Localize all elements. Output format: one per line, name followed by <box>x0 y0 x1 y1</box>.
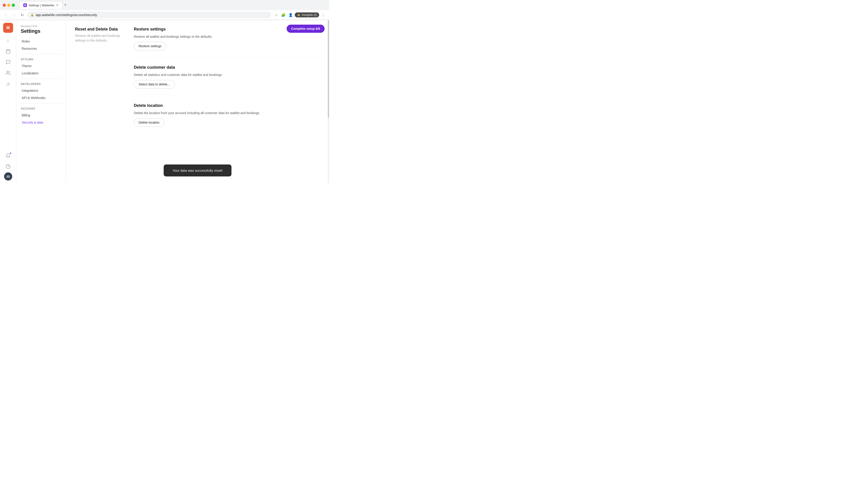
active-tab[interactable]: M Settings | Waitwhile ✕ <box>20 1 62 9</box>
separator-2 <box>134 96 320 96</box>
app-logo[interactable]: M <box>3 23 13 33</box>
nav-section-label-account: Account <box>20 105 62 111</box>
bookmark-button[interactable]: ☆ <box>273 12 279 18</box>
nav-section-label-developers: Developers <box>20 80 62 87</box>
sidebar-bottom: JD <box>3 151 13 181</box>
nav-section-styling: Styling Theme Localization <box>16 56 66 77</box>
address-bar[interactable]: 🔒 app.waitwhile.com/settings/account/sec… <box>27 11 271 18</box>
content-left: Reset and Delete Data Restore all waitli… <box>75 27 125 127</box>
sidebar-item-people[interactable] <box>3 68 13 78</box>
restore-settings-button[interactable]: Restore settings <box>134 42 166 51</box>
scrollbar-track[interactable] <box>328 20 329 183</box>
svg-point-4 <box>6 71 8 73</box>
sidebar-item-home[interactable]: ⌂ <box>3 35 13 45</box>
nav-section-account: Account Billing Security & data <box>16 105 66 126</box>
tab-bar: M Settings | Waitwhile ✕ + <box>17 1 71 9</box>
svg-rect-0 <box>6 50 10 54</box>
delete-location-button[interactable]: Delete location <box>134 118 164 127</box>
complete-setup-button[interactable]: Complete setup 6/8 <box>287 25 324 33</box>
restore-settings-desc: Restore all waitlist and bookings settin… <box>134 34 320 39</box>
window-controls <box>3 4 15 7</box>
nav-item-localization[interactable]: Localization <box>20 70 62 77</box>
toolbar-actions: ☆ 🧩 👤 🕵 Incognito (2) ⋮ <box>273 12 327 18</box>
tab-title: Settings | Waitwhile <box>29 4 54 7</box>
toast-message: Your data was successfully reset! <box>173 168 222 172</box>
sidebar: M ⌂ <box>0 20 16 183</box>
notification-badge <box>9 152 12 154</box>
browser-chrome: M Settings | Waitwhile ✕ + ← → ↻ 🔒 app.w… <box>0 0 329 20</box>
nav-item-api-webhooks[interactable]: API & Webhooks <box>20 94 62 101</box>
tab-favicon: M <box>23 3 27 7</box>
section-description: Restore all waitlist and bookings settin… <box>75 33 125 43</box>
delete-location-block: Delete location Delete the location from… <box>134 103 320 127</box>
forward-button[interactable]: → <box>11 12 17 18</box>
nav-header: Moodjoy7434 Settings <box>16 25 66 38</box>
nav-item-resources[interactable]: Resources <box>20 45 62 52</box>
menu-button[interactable]: ⋮ <box>320 12 327 18</box>
nav-panel: Moodjoy7434 Settings Roles Resources Sty… <box>16 20 66 183</box>
nav-account-label: Moodjoy7434 <box>21 25 61 28</box>
address-text: app.waitwhile.com/settings/account/secur… <box>36 13 268 17</box>
nav-title: Settings <box>21 28 61 34</box>
new-tab-button[interactable]: + <box>62 2 68 8</box>
delete-customer-data-desc: Delete all statistics and customer data … <box>134 72 320 77</box>
tab-close-button[interactable]: ✕ <box>56 4 58 7</box>
maximize-window-button[interactable] <box>12 4 15 7</box>
toast-notification: Your data was successfully reset! <box>164 164 231 176</box>
reload-button[interactable]: ↻ <box>19 12 25 18</box>
section-title: Reset and Delete Data <box>75 27 125 32</box>
browser-toolbar: ← → ↻ 🔒 app.waitwhile.com/settings/accou… <box>0 10 329 20</box>
content-right: Restore settings Restore all waitlist an… <box>134 27 320 127</box>
sidebar-item-calendar[interactable] <box>3 46 13 56</box>
content-area: Reset and Delete Data Restore all waitli… <box>66 20 329 133</box>
nav-section-top: Roles Resources <box>16 38 66 52</box>
app-container: M ⌂ <box>0 20 329 183</box>
browser-titlebar: M Settings | Waitwhile ✕ + <box>0 0 329 10</box>
sidebar-item-analytics[interactable] <box>3 79 13 89</box>
close-window-button[interactable] <box>3 4 6 7</box>
nav-item-billing[interactable]: Billing <box>20 111 62 119</box>
nav-item-theme[interactable]: Theme <box>20 62 62 70</box>
nav-item-security-data[interactable]: Security & data <box>20 119 62 126</box>
lock-icon: 🔒 <box>31 13 34 17</box>
incognito-label: Incognito (2) <box>302 13 317 17</box>
sidebar-item-notifications[interactable] <box>3 151 13 161</box>
nav-divider-1 <box>20 54 62 54</box>
profile-button[interactable]: 👤 <box>287 12 294 18</box>
scrollbar-thumb[interactable] <box>328 20 329 118</box>
nav-item-roles[interactable]: Roles <box>20 38 62 45</box>
incognito-icon: 🕵 <box>297 13 301 17</box>
delete-location-desc: Delete the location from your account in… <box>134 111 320 116</box>
minimize-window-button[interactable] <box>7 4 10 7</box>
nav-section-label-styling: Styling <box>20 56 62 62</box>
main-content: Complete setup 6/8 Reset and Delete Data… <box>66 20 329 183</box>
nav-item-integrations[interactable]: Integrations <box>20 87 62 94</box>
nav-divider-2 <box>20 78 62 79</box>
nav-section-developers: Developers Integrations API & Webhooks <box>16 80 66 101</box>
incognito-badge: 🕵 Incognito (2) <box>295 12 319 18</box>
sidebar-item-chat[interactable] <box>3 57 13 67</box>
back-button[interactable]: ← <box>3 12 9 18</box>
delete-customer-data-block: Delete customer data Delete all statisti… <box>134 65 320 89</box>
user-avatar[interactable]: JD <box>4 172 12 181</box>
separator-1 <box>134 58 320 58</box>
select-data-to-delete-button[interactable]: Select data to delete... <box>134 80 175 89</box>
delete-customer-data-title: Delete customer data <box>134 65 320 70</box>
extensions-button[interactable]: 🧩 <box>280 12 287 18</box>
sidebar-item-help[interactable] <box>3 162 13 171</box>
delete-location-title: Delete location <box>134 103 320 108</box>
